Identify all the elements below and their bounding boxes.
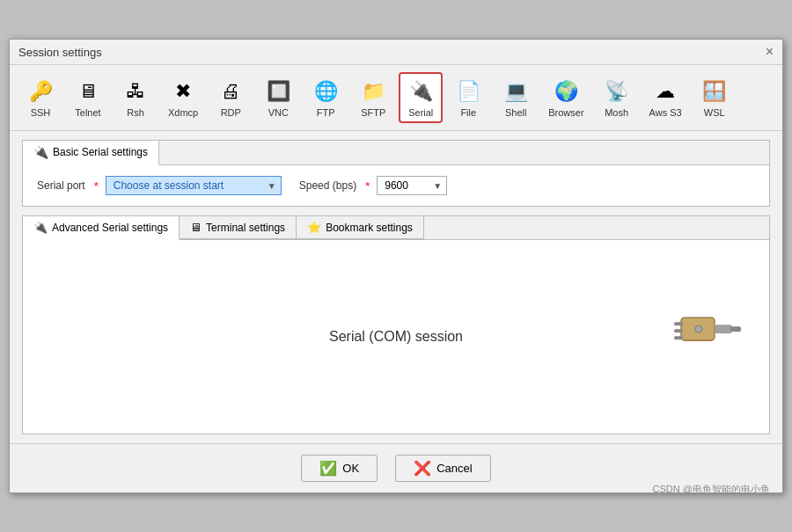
protocol-item-xdmcp[interactable]: ✖ Xdmcp	[161, 72, 205, 123]
serial-label: Serial	[408, 107, 433, 118]
protocol-item-browser[interactable]: 🌍 Browser	[541, 72, 590, 123]
rsh-label: Rsh	[127, 107, 144, 118]
ok-button[interactable]: ✅ OK	[301, 455, 378, 482]
svg-rect-2	[674, 329, 683, 332]
ftp-label: FTP	[317, 107, 335, 118]
protocol-item-wsl[interactable]: 🪟 WSL	[693, 72, 737, 123]
watermark: CSDN @电鱼智能的电小鱼	[653, 483, 770, 496]
protocol-item-rsh[interactable]: 🖧 Rsh	[114, 72, 158, 123]
serial-port-label: Serial port	[37, 179, 85, 192]
terminal-label: Terminal settings	[206, 222, 285, 234]
advanced-tab-advanced-serial[interactable]: 🔌 Advanced Serial settings	[23, 216, 180, 240]
protocol-item-ftp[interactable]: 🌐 FTP	[304, 72, 348, 123]
advanced-tab-bookmark[interactable]: ⭐ Bookmark settings	[297, 216, 424, 239]
serial-connector-icon	[672, 298, 743, 362]
basic-tab-row: 🔌 Basic Serial settings	[23, 141, 769, 165]
title-bar: Session settings ×	[10, 40, 782, 65]
protocol-item-serial[interactable]: 🔌 Serial	[399, 72, 443, 123]
bookmark-label: Bookmark settings	[326, 222, 413, 234]
sftp-icon: 📁	[359, 77, 387, 106]
cancel-button[interactable]: ❌ Cancel	[395, 455, 490, 482]
rdp-label: RDP	[221, 107, 241, 118]
basic-serial-tab[interactable]: 🔌 Basic Serial settings	[23, 141, 159, 165]
ssh-icon: 🔑	[26, 77, 55, 106]
session-settings-dialog: Session settings × 🔑 SSH 🖥 Telnet 🖧 Rsh …	[9, 39, 783, 493]
ok-check-icon: ✅	[319, 460, 337, 477]
session-type-label: Serial (COM) session	[329, 329, 463, 345]
svg-rect-5	[730, 326, 741, 332]
protocol-item-file[interactable]: 📄 File	[446, 72, 490, 123]
protocol-item-shell[interactable]: 💻 Shell	[494, 72, 538, 123]
basic-serial-tab-icon: 🔌	[33, 145, 48, 159]
svg-rect-1	[674, 322, 683, 325]
serial-port-group: Serial port * Choose at session start ▼	[37, 176, 282, 195]
speed-wrapper: 9600115200576003840019200480024001200 ▼	[377, 176, 447, 195]
basic-serial-panel: 🔌 Basic Serial settings Serial port * Ch…	[22, 140, 770, 207]
vnc-label: VNC	[268, 107, 289, 118]
close-button[interactable]: ×	[766, 45, 774, 59]
protocol-item-rdp[interactable]: 🖨 RDP	[209, 72, 253, 123]
file-icon: 📄	[454, 77, 482, 106]
serial-port-wrapper: Choose at session start ▼	[106, 176, 282, 195]
protocol-bar: 🔑 SSH 🖥 Telnet 🖧 Rsh ✖ Xdmcp 🖨 RDP 🔲 VNC…	[10, 65, 782, 131]
awss3-icon: ☁	[651, 77, 679, 106]
cancel-x-icon: ❌	[414, 460, 431, 477]
basic-serial-body: Serial port * Choose at session start ▼ …	[23, 165, 769, 206]
telnet-label: Telnet	[75, 107, 100, 118]
advanced-tab-row: 🔌 Advanced Serial settings 🖥 Terminal se…	[23, 216, 769, 240]
wsl-icon: 🪟	[700, 77, 729, 106]
xdmcp-icon: ✖	[169, 77, 197, 106]
shell-icon: 💻	[502, 77, 530, 106]
xdmcp-label: Xdmcp	[168, 107, 198, 118]
awss3-label: Aws S3	[649, 107, 682, 118]
speed-group: Speed (bps) * 96001152005760038400192004…	[299, 176, 447, 195]
advanced-tab-terminal[interactable]: 🖥 Terminal settings	[180, 216, 297, 239]
advanced-serial-label: Advanced Serial settings	[52, 222, 168, 234]
file-label: File	[460, 107, 476, 118]
ftp-icon: 🌐	[312, 77, 340, 106]
sftp-label: SFTP	[361, 107, 385, 118]
basic-serial-tab-label: Basic Serial settings	[53, 146, 148, 158]
rsh-icon: 🖧	[121, 77, 150, 106]
ok-label: OK	[342, 462, 359, 475]
protocol-item-awss3[interactable]: ☁ Aws S3	[642, 72, 689, 123]
content-area: 🔌 Basic Serial settings Serial port * Ch…	[10, 131, 782, 443]
speed-select[interactable]: 9600115200576003840019200480024001200	[377, 176, 447, 195]
shell-label: Shell	[505, 107, 526, 118]
mosh-icon: 📡	[603, 77, 631, 106]
protocol-item-ssh[interactable]: 🔑 SSH	[18, 72, 62, 123]
browser-label: Browser	[548, 107, 583, 118]
advanced-body: Serial (COM) session	[23, 240, 769, 434]
rdp-icon: 🖨	[216, 77, 245, 106]
serial-port-required: *	[94, 179, 99, 193]
speed-required: *	[365, 179, 370, 193]
svg-point-6	[695, 325, 702, 332]
cancel-label: Cancel	[436, 462, 472, 475]
mosh-label: Mosh	[605, 107, 628, 118]
serial-icon: 🔌	[407, 77, 435, 106]
protocol-item-mosh[interactable]: 📡 Mosh	[595, 72, 639, 123]
wsl-label: WSL	[704, 107, 725, 118]
terminal-icon: 🖥	[190, 221, 202, 234]
protocol-item-vnc[interactable]: 🔲 VNC	[256, 72, 300, 123]
advanced-serial-icon: 🔌	[33, 221, 48, 234]
serial-port-select[interactable]: Choose at session start	[106, 176, 282, 195]
dialog-title: Session settings	[18, 46, 102, 59]
svg-rect-3	[674, 336, 683, 339]
protocol-item-sftp[interactable]: 📁 SFTP	[351, 72, 395, 123]
telnet-icon: 🖥	[74, 77, 102, 106]
svg-rect-4	[715, 324, 732, 333]
advanced-panel: 🔌 Advanced Serial settings 🖥 Terminal se…	[22, 215, 770, 434]
browser-icon: 🌍	[552, 77, 580, 106]
protocol-item-telnet[interactable]: 🖥 Telnet	[66, 72, 110, 123]
speed-label: Speed (bps)	[299, 179, 356, 192]
vnc-icon: 🔲	[264, 77, 292, 106]
ssh-label: SSH	[31, 107, 51, 118]
bookmark-icon: ⭐	[307, 221, 321, 234]
